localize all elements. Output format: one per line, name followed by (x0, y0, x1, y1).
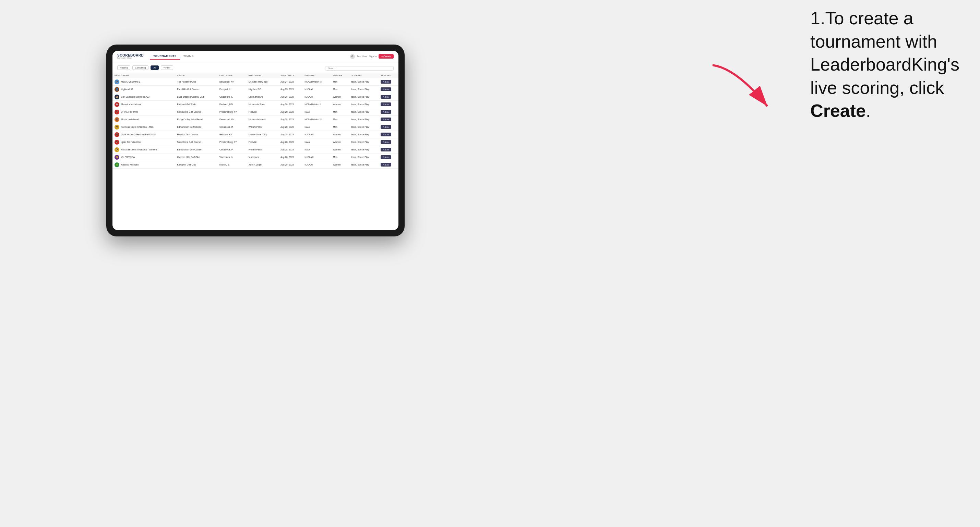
cell-division: NAIA (302, 123, 331, 131)
cell-gender: Women (331, 138, 349, 146)
cell-venue: Lake Bracken Country Club (175, 93, 217, 101)
event-name-text: Fall Statesmen Invitational - Women (121, 148, 157, 151)
edit-button-1[interactable]: ✎ Edit (380, 87, 391, 91)
cell-scoring: team, Stroke Play (349, 101, 379, 108)
cell-gender: Men (331, 108, 349, 116)
event-icon: 🦅 (115, 148, 119, 152)
table-row: 🦅 UPIKE Fall Invite StoneCrest Golf Cour… (113, 108, 398, 116)
table-row: 🌵 Klash at Kokopelli Kokopelli Golf Club… (113, 161, 398, 168)
annotation-period: . (866, 101, 870, 121)
event-name-text: UPIKE Fall Invite (121, 111, 138, 113)
table-row: 🦁 VU PREVIEW Cypress Hills Golf Club Vin… (113, 154, 398, 161)
cell-date: Aug 25, 2023 (278, 86, 302, 93)
event-icon: 🦁 (115, 155, 119, 160)
cell-city: Vincennes, IN (217, 154, 247, 161)
cell-city: Prestonsburg, KY (217, 138, 247, 146)
cell-hosted-by: Carl Sandburg (247, 93, 278, 101)
edit-button-5[interactable]: ✎ Edit (380, 117, 391, 121)
table-row: 🦅 Fall Statesmen Invitational - Women Ed… (113, 146, 398, 154)
event-icon: 👤 (115, 87, 119, 92)
edit-button-4[interactable]: ✎ Edit (380, 110, 391, 114)
cell-scoring: team, Stroke Play (349, 138, 379, 146)
cell-city: Deerwood, MN (217, 116, 247, 123)
edit-button-9[interactable]: ✎ Edit (380, 148, 391, 151)
table-row: 🐻 Morris Invitational Ruttger's Bay Lake… (113, 116, 398, 123)
cell-scoring: team, Stroke Play (349, 146, 379, 154)
logo-area: SCOREBOARD Powered by Clippit (117, 54, 144, 59)
table-row: 🦅 upike fall invitational StoneCrest Gol… (113, 138, 398, 146)
cell-event-name: 👤 Highland 36 (113, 86, 175, 93)
cell-actions: ✎ Edit (379, 86, 398, 93)
cell-venue: Edmundson Golf Course (175, 123, 217, 131)
col-city: CITY, STATE (217, 73, 247, 78)
cell-date: Aug 28, 2023 (278, 138, 302, 146)
cell-city: Prestonsburg, KY (217, 108, 247, 116)
cell-hosted-by: Minnesota State (247, 101, 278, 108)
cell-division: NAIA (302, 138, 331, 146)
edit-button-2[interactable]: ✎ Edit (380, 95, 391, 99)
cell-date: Aug 28, 2023 (278, 131, 302, 138)
col-event-name: EVENT NAME (113, 73, 175, 78)
cell-date: Aug 28, 2023 (278, 101, 302, 108)
table-row: 🦅 Fall Statesmen Invitational - Men Edmu… (113, 123, 398, 131)
tab-teams[interactable]: TEAMS (180, 53, 197, 60)
cell-event-name: 🦅 Fall Statesmen Invitational - Women (113, 146, 175, 154)
edit-button-3[interactable]: ✎ Edit (380, 102, 391, 106)
cell-venue: StoneCrest Golf Course (175, 108, 217, 116)
event-icon: 🐻 (115, 132, 119, 137)
hosting-filter-btn[interactable]: Hosting (117, 65, 130, 70)
tab-tournaments[interactable]: TOURNAMENTS (150, 53, 180, 60)
col-start-date: START DATE (278, 73, 302, 78)
competing-filter-btn[interactable]: Competing (132, 65, 148, 70)
cell-hosted-by: William Penn (247, 123, 278, 131)
edit-button-0[interactable]: ✎ Edit (380, 80, 391, 84)
table-row: 🐻 2023 Women's Hesston Fall Kickoff Hess… (113, 131, 398, 138)
cell-hosted-by: Highland CC (247, 86, 278, 93)
cell-scoring: team, Stroke Play (349, 86, 379, 93)
event-name-text: Highland 36 (121, 88, 133, 90)
event-name-text: Fall Statesmen Invitational - Men (121, 126, 154, 128)
cell-city: Marion, IL (217, 161, 247, 168)
cell-date: Aug 28, 2023 (278, 154, 302, 161)
edit-button-6[interactable]: ✎ Edit (380, 125, 391, 129)
sign-in[interactable]: Sign In (369, 55, 377, 57)
event-icon: 🦅 (115, 79, 119, 84)
cell-city: Oskaloosa, IA (217, 123, 247, 131)
table-row: 🐃 Maverick Invitational Faribault Golf C… (113, 101, 398, 108)
cell-venue: Edmundson Golf Course (175, 146, 217, 154)
cell-actions: ✎ Edit (379, 108, 398, 116)
edit-button-8[interactable]: ✎ Edit (380, 140, 391, 144)
cell-city: Oskaloosa, IA (217, 146, 247, 154)
edit-button-7[interactable]: ✎ Edit (380, 133, 391, 137)
search-input[interactable] (325, 66, 394, 71)
user-name: Test User (357, 55, 367, 57)
gear-icon[interactable]: ⚙ (350, 54, 355, 59)
cell-division: NJCAA I (302, 161, 331, 168)
cell-actions: ✎ Edit (379, 146, 398, 154)
cell-actions: ✎ Edit (379, 154, 398, 161)
cell-division: NJCAA I (302, 93, 331, 101)
col-venue: VENUE (175, 73, 217, 78)
cell-venue: StoneCrest Golf Course (175, 138, 217, 146)
cell-division: NJCAA II (302, 154, 331, 161)
cell-date: Aug 28, 2023 (278, 108, 302, 116)
edit-button-10[interactable]: ✎ Edit (380, 155, 391, 159)
cell-venue: Cypress Hills Golf Club (175, 154, 217, 161)
filter-button[interactable]: ≡ Filter (161, 65, 173, 70)
nav-bar: SCOREBOARD Powered by Clippit TOURNAMENT… (113, 51, 398, 62)
logo-sub: Powered by Clippit (117, 57, 144, 59)
cell-event-name: 🐃 Maverick Invitational (113, 101, 175, 108)
edit-button-11[interactable]: ✎ Edit (380, 163, 391, 167)
create-button[interactable]: + Create (379, 54, 394, 59)
cell-venue: Park Hills Golf Course (175, 86, 217, 93)
cell-gender: Women (331, 161, 349, 168)
cell-actions: ✎ Edit (379, 131, 398, 138)
nav-right: ⚙ Test User Sign In + Create (350, 54, 394, 59)
tournaments-table: EVENT NAME VENUE CITY, STATE HOSTED BY S… (113, 73, 398, 168)
cell-city: Newburgh, NY (217, 78, 247, 86)
event-icon: 🦅 (115, 110, 119, 114)
all-filter-btn[interactable]: All (151, 65, 158, 70)
cell-gender: Women (331, 146, 349, 154)
cell-actions: ✎ Edit (379, 123, 398, 131)
cell-event-name: 🦅 upike fall invitational (113, 138, 175, 146)
